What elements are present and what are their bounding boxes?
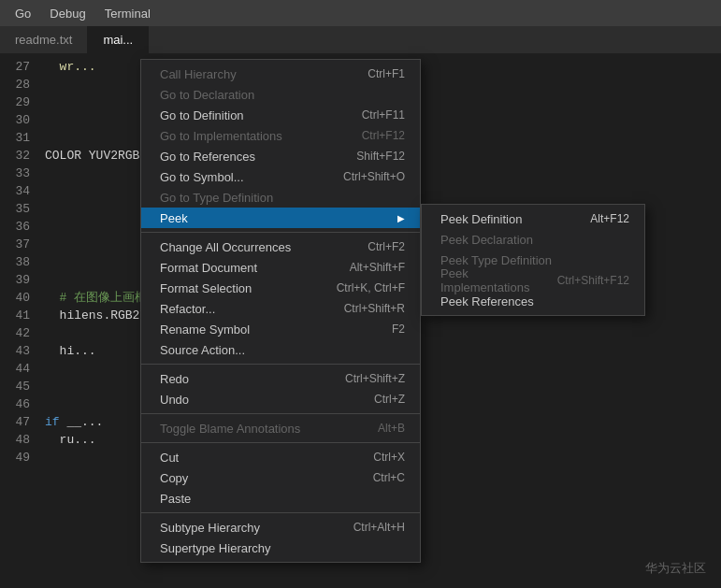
menu-bar: Go Debug Terminal [0,0,721,26]
separator-3 [141,413,420,414]
menu-item-supertype-hierarchy[interactable]: Supertype Hierarchy [141,538,420,558]
menu-item-paste[interactable]: Paste [141,488,420,509]
context-menu: Call Hierarchy Ctrl+F1 Go to Declaration… [140,59,421,563]
menu-go[interactable]: Go [7,5,38,22]
menu-item-format-document[interactable]: Format Document Alt+Shift+F [141,257,420,278]
menu-item-redo[interactable]: Redo Ctrl+Shift+Z [141,368,420,389]
menu-item-call-hierarchy[interactable]: Call Hierarchy Ctrl+F1 [141,64,420,84]
menu-item-refactor[interactable]: Refactor... Ctrl+Shift+R [141,298,420,319]
editor-area: 27 28 29 30 31 32 33 34 35 36 37 38 39 4… [0,54,721,588]
menu-terminal[interactable]: Terminal [97,5,158,22]
peek-declaration[interactable]: Peek Declaration [422,229,644,250]
menu-item-subtype-hierarchy[interactable]: Subtype Hierarchy Ctrl+Alt+H [141,517,420,538]
menu-item-goto-symbol[interactable]: Go to Symbol... Ctrl+Shift+O [141,166,420,187]
menu-item-toggle-blame[interactable]: Toggle Blame Annotations Alt+B [141,418,420,438]
tab-readme[interactable]: readme.txt [0,26,88,54]
separator-2 [141,364,420,365]
menu-item-goto-declaration[interactable]: Go to Declaration [141,84,420,105]
separator-4 [141,442,420,443]
separator-1 [141,232,420,233]
tab-bar: readme.txt mai... [0,26,721,54]
peek-submenu: Peek Definition Alt+F12 Peek Declaration… [421,204,645,316]
menu-item-change-all[interactable]: Change All Occurrences Ctrl+F2 [141,237,420,257]
tab-main[interactable]: mai... [88,26,149,54]
context-menu-overlay: Call Hierarchy Ctrl+F1 Go to Declaration… [0,54,721,588]
menu-item-goto-references[interactable]: Go to References Shift+F12 [141,146,420,166]
menu-item-format-selection[interactable]: Format Selection Ctrl+K, Ctrl+F [141,278,420,298]
menu-item-rename-symbol[interactable]: Rename Symbol F2 [141,319,420,339]
peek-definition[interactable]: Peek Definition Alt+F12 [422,208,644,229]
menu-debug[interactable]: Debug [42,5,93,22]
menu-item-goto-implementations[interactable]: Go to Implementations Ctrl+F12 [141,125,420,146]
submenu-arrow-icon: ▶ [397,213,405,223]
menu-item-copy[interactable]: Copy Ctrl+C [141,467,420,488]
menu-item-goto-type-def[interactable]: Go to Type Definition [141,187,420,208]
menu-item-undo[interactable]: Undo Ctrl+Z [141,389,420,409]
menu-item-cut[interactable]: Cut Ctrl+X [141,447,420,467]
separator-5 [141,512,420,513]
menu-item-source-action[interactable]: Source Action... [141,339,420,360]
menu-item-peek[interactable]: Peek ▶ Peek Definition Alt+F12 Peek Decl… [141,208,420,228]
peek-implementations[interactable]: Peek Implementations Ctrl+Shift+F12 [422,270,644,291]
menu-item-goto-definition[interactable]: Go to Definition Ctrl+F11 [141,105,420,125]
peek-references[interactable]: Peek References [422,291,644,311]
